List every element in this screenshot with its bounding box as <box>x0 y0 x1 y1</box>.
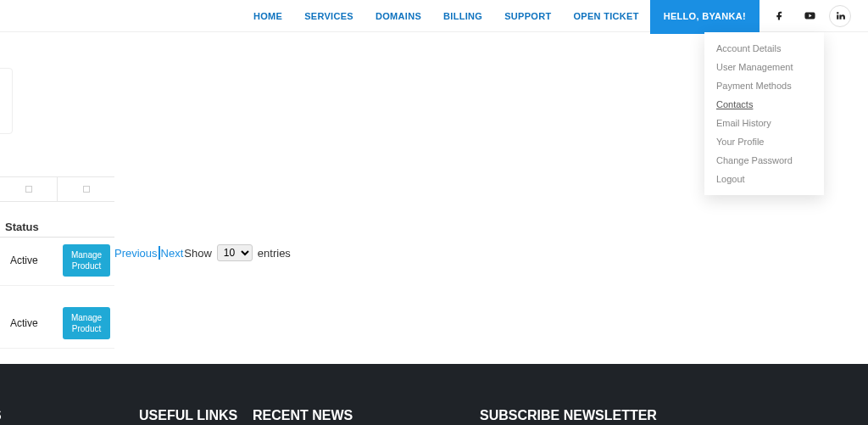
facebook-icon[interactable] <box>768 5 790 27</box>
column-header-status[interactable]: Status <box>0 217 114 238</box>
sort-tab-2[interactable] <box>57 177 114 201</box>
youtube-icon[interactable] <box>798 5 821 27</box>
nav-domains[interactable]: DOMAINS <box>364 0 432 32</box>
show-label: Show <box>184 247 212 260</box>
dropdown-contacts[interactable]: Contacts <box>704 95 824 114</box>
manage-product-button[interactable]: Manage Product <box>63 307 110 339</box>
nav-billing[interactable]: BILLING <box>432 0 493 32</box>
dropdown-logout[interactable]: Logout <box>704 170 824 188</box>
sort-icon <box>25 186 32 193</box>
nav-hello-user[interactable]: HELLO, BYANKA! <box>650 0 760 32</box>
footer-heading-follow-us: W US <box>0 408 2 423</box>
nav-services[interactable]: SERVICES <box>293 0 364 32</box>
dropdown-user-management[interactable]: User Management <box>704 58 824 76</box>
user-dropdown: Account Details User Management Payment … <box>704 32 824 195</box>
nav-open-ticket[interactable]: OPEN TICKET <box>562 0 649 32</box>
previous-page[interactable]: Previous <box>114 247 158 260</box>
status-cell: Active <box>10 254 38 266</box>
dropdown-payment-methods[interactable]: Payment Methods <box>704 76 824 95</box>
sort-tab-1[interactable] <box>0 177 57 201</box>
nav-home[interactable]: HOME <box>242 0 293 32</box>
status-cell: Active <box>10 317 38 329</box>
dropdown-email-history[interactable]: Email History <box>704 114 824 132</box>
next-page[interactable]: Next <box>161 247 184 260</box>
dropdown-account-details[interactable]: Account Details <box>704 39 824 58</box>
dropdown-your-profile[interactable]: Your Profile <box>704 132 824 151</box>
linkedin-icon[interactable] <box>829 5 851 27</box>
social-icons <box>768 5 851 27</box>
left-panel-fragment <box>0 68 13 134</box>
pagination-controls: Previous Next Show 10 entries <box>114 244 291 261</box>
site-footer: W US USEFUL LINKS RECENT NEWS SUBSCRIBE … <box>0 364 868 425</box>
entries-label: entries <box>258 247 291 260</box>
top-navbar: HOME SERVICES DOMAINS BILLING SUPPORT OP… <box>0 0 868 32</box>
primary-nav: HOME SERVICES DOMAINS BILLING SUPPORT OP… <box>242 0 760 32</box>
footer-heading-subscribe: SUBSCRIBE NEWSLETTER <box>480 408 657 423</box>
table-row: Active Manage Product <box>0 236 114 286</box>
pager-separator <box>159 246 160 260</box>
dropdown-change-password[interactable]: Change Password <box>704 151 824 170</box>
footer-heading-useful-links: USEFUL LINKS <box>139 408 237 423</box>
footer-heading-recent-news: RECENT NEWS <box>253 408 353 423</box>
page-size-select[interactable]: 10 <box>217 244 253 261</box>
table-row: Active Manage Product <box>0 299 114 349</box>
sort-icon <box>83 186 90 193</box>
manage-product-button[interactable]: Manage Product <box>63 244 110 277</box>
table-sort-tabs <box>0 176 114 202</box>
nav-support[interactable]: SUPPORT <box>493 0 562 32</box>
